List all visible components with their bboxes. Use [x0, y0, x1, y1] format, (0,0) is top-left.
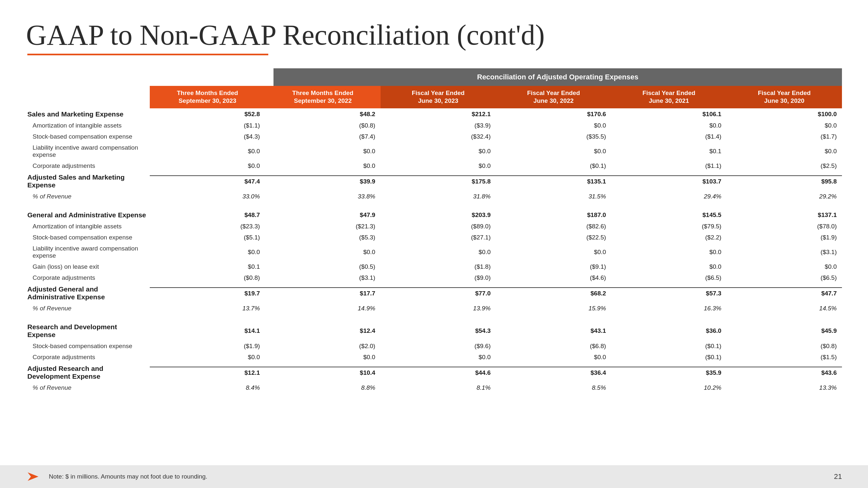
sub-cell-1-3-2: ($1.8) — [381, 261, 496, 272]
sub-row-2-0: Stock-based compensation expense($1.9)($… — [26, 340, 842, 352]
section-header-data-2: $14.1$12.4$54.3$43.1$36.0$45.9 — [150, 325, 842, 336]
sub-cell-1-3-1: ($0.5) — [265, 261, 380, 272]
sub-cell-1-2-1: $0.0 — [265, 247, 380, 258]
section-header-cell-0-3: $170.6 — [496, 109, 611, 120]
sub-cell-1-0-4: ($79.5) — [611, 221, 726, 232]
adjusted-cell-2-2: $44.6 — [381, 367, 496, 378]
sub-row-data-1-0: ($23.3)($21.3)($89.0)($82.6)($79.5)($78.… — [150, 221, 842, 232]
sub-cell-1-3-3: ($9.1) — [496, 261, 611, 272]
percent-cell-2-3: 8.5% — [496, 382, 611, 393]
sub-cell-1-0-2: ($89.0) — [381, 221, 496, 232]
sub-row-data-2-0: ($1.9)($2.0)($9.6)($6.8)($0.1)($0.8) — [150, 340, 842, 352]
sub-cell-1-3-0: $0.1 — [150, 261, 265, 272]
sub-row-label-1-2: Liability incentive award compensation e… — [26, 243, 150, 261]
sub-row-1-0: Amortization of intangible assets($23.3)… — [26, 221, 842, 232]
sub-cell-1-4-2: ($9.0) — [381, 272, 496, 283]
section-header-cell-0-5: $100.0 — [727, 109, 842, 120]
bottom-note: Note: $ in millions. Amounts may not foo… — [49, 473, 834, 480]
col-header-data: Three Months EndedSeptember 30, 2023 Thr… — [150, 86, 842, 108]
sub-cell-2-0-5: ($0.8) — [727, 340, 842, 352]
sub-row-data-0-2: $0.0$0.0$0.0$0.0$0.1$0.0 — [150, 146, 842, 157]
adjusted-cell-2-4: $35.9 — [611, 367, 726, 378]
sub-row-label-2-1: Corporate adjustments — [26, 352, 150, 363]
sub-cell-1-2-0: $0.0 — [150, 247, 265, 258]
section-header-2: Research and Development Expense$14.1$12… — [26, 321, 842, 340]
percent-cell-2-1: 8.8% — [265, 382, 380, 393]
sub-cell-0-0-3: $0.0 — [496, 120, 611, 131]
sub-cell-0-2-5: $0.0 — [727, 146, 842, 157]
sub-cell-2-0-2: ($9.6) — [381, 340, 496, 352]
adjusted-cell-1-0: $19.7 — [150, 287, 265, 299]
col-header-4: Fiscal Year EndedJune 30, 2022 — [496, 86, 611, 108]
percent-cell-0-5: 29.2% — [727, 191, 842, 202]
sub-row-data-1-2: $0.0$0.0$0.0$0.0$0.0($3.1) — [150, 247, 842, 258]
section-gap-1 — [26, 202, 842, 209]
percent-row-1: % of Revenue13.7%14.9%13.9%15.9%16.3%14.… — [26, 303, 842, 314]
sub-row-1-2: Liability incentive award compensation e… — [26, 243, 842, 261]
adjusted-cell-0-1: $39.9 — [265, 175, 380, 187]
adjusted-data-0: $47.4$39.9$175.8$135.1$103.7$95.8 — [150, 175, 842, 187]
section-header-cell-1-0: $48.7 — [150, 209, 265, 221]
percent-cell-1-3: 15.9% — [496, 303, 611, 314]
col-header-row: Three Months EndedSeptember 30, 2023 Thr… — [26, 86, 842, 108]
sub-row-data-1-3: $0.1($0.5)($1.8)($9.1)$0.0$0.0 — [150, 261, 842, 272]
adjusted-cell-2-3: $36.4 — [496, 367, 611, 378]
section-header-cell-0-4: $106.1 — [611, 109, 726, 120]
section-header-cell-0-2: $212.1 — [381, 109, 496, 120]
percent-data-2: 8.4%8.8%8.1%8.5%10.2%13.3% — [150, 382, 842, 393]
page: GAAP to Non-GAAP Reconciliation (cont'd)… — [0, 0, 868, 488]
sub-cell-0-3-5: ($2.5) — [727, 160, 842, 171]
percent-cell-1-0: 13.7% — [150, 303, 265, 314]
col-header-5: Fiscal Year EndedJune 30, 2021 — [611, 86, 726, 108]
sub-cell-0-3-0: $0.0 — [150, 160, 265, 171]
adjusted-cell-2-1: $10.4 — [265, 367, 380, 378]
title-area: GAAP to Non-GAAP Reconciliation (cont'd) — [26, 20, 842, 55]
title-underline — [27, 54, 268, 55]
table-container: Reconciliation of Adjusted Operating Exp… — [26, 68, 842, 393]
percent-cell-1-4: 16.3% — [611, 303, 726, 314]
sub-row-data-0-1: ($4.3)($7.4)($32.4)($35.5)($1.4)($1.7) — [150, 131, 842, 142]
percent-cell-0-0: 33.0% — [150, 191, 265, 202]
adjusted-cell-0-3: $135.1 — [496, 175, 611, 187]
percent-cell-1-5: 14.5% — [727, 303, 842, 314]
percent-label-1: % of Revenue — [26, 303, 150, 314]
sub-row-0-1: Stock-based compensation expense($4.3)($… — [26, 131, 842, 142]
sub-cell-0-2-0: $0.0 — [150, 146, 265, 157]
percent-cell-2-5: 13.3% — [727, 382, 842, 393]
sub-cell-1-1-5: ($1.9) — [727, 232, 842, 243]
sub-cell-1-4-1: ($3.1) — [265, 272, 380, 283]
sub-cell-0-1-1: ($7.4) — [265, 131, 380, 142]
adjusted-label-2: Adjusted Research and Development Expens… — [26, 363, 150, 382]
adjusted-cell-0-0: $47.4 — [150, 175, 265, 187]
adjusted-row-2: Adjusted Research and Development Expens… — [26, 363, 842, 382]
percent-label-2: % of Revenue — [26, 382, 150, 393]
section-header-cell-2-5: $45.9 — [727, 325, 842, 336]
sub-row-data-0-0: ($1.1)($0.8)($3.9)$0.0$0.0$0.0 — [150, 120, 842, 131]
section-header-cell-1-3: $187.0 — [496, 209, 611, 221]
sub-cell-2-1-1: $0.0 — [265, 352, 380, 363]
sub-row-2-1: Corporate adjustments$0.0$0.0$0.0$0.0($0… — [26, 352, 842, 363]
percent-row-2: % of Revenue8.4%8.8%8.1%8.5%10.2%13.3% — [26, 382, 842, 393]
sub-cell-1-0-0: ($23.3) — [150, 221, 265, 232]
sub-cell-2-0-4: ($0.1) — [611, 340, 726, 352]
percent-cell-0-2: 31.8% — [381, 191, 496, 202]
sub-cell-1-2-4: $0.0 — [611, 247, 726, 258]
percent-cell-0-4: 29.4% — [611, 191, 726, 202]
section-header-data-1: $48.7$47.9$203.9$187.0$145.5$137.1 — [150, 209, 842, 221]
section-header-cell-2-1: $12.4 — [265, 325, 380, 336]
sub-cell-0-3-1: $0.0 — [265, 160, 380, 171]
percent-label-0: % of Revenue — [26, 191, 150, 202]
sub-row-data-2-1: $0.0$0.0$0.0$0.0($0.1)($1.5) — [150, 352, 842, 363]
col-header-1: Three Months EndedSeptember 30, 2023 — [150, 86, 265, 108]
adjusted-cell-1-3: $68.2 — [496, 287, 611, 299]
sub-cell-0-2-1: $0.0 — [265, 146, 380, 157]
sub-cell-2-1-0: $0.0 — [150, 352, 265, 363]
section-header-cell-1-1: $47.9 — [265, 209, 380, 221]
sub-cell-1-4-4: ($6.5) — [611, 272, 726, 283]
sub-row-0-0: Amortization of intangible assets($1.1)(… — [26, 120, 842, 131]
section-header-0: Sales and Marketing Expense$52.8$48.2$21… — [26, 108, 842, 120]
reconciliation-header: Reconciliation of Adjusted Operating Exp… — [274, 68, 842, 86]
adjusted-cell-2-5: $43.6 — [727, 367, 842, 378]
sub-cell-0-1-4: ($1.4) — [611, 131, 726, 142]
col-header-2: Three Months EndedSeptember 30, 2022 — [265, 86, 380, 108]
